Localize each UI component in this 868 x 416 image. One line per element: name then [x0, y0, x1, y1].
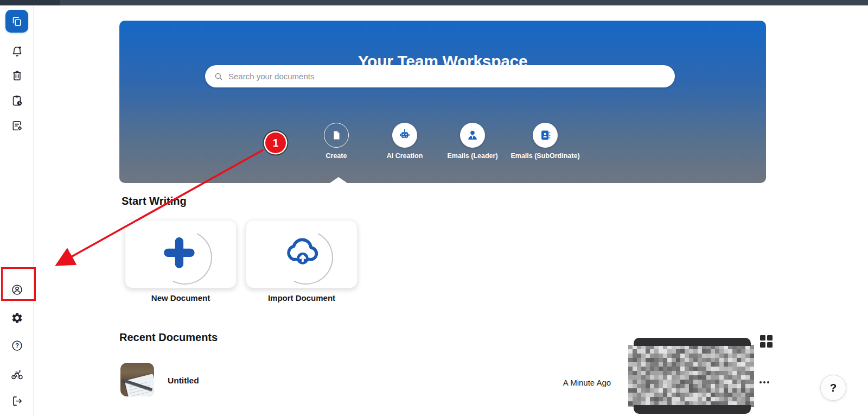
sidebar-item-notifications[interactable] — [0, 39, 34, 63]
grid-view-icon[interactable] — [760, 335, 773, 348]
document-thumbnail[interactable] — [120, 363, 154, 396]
action-label: Ai Creation — [387, 152, 423, 160]
logout-icon — [11, 395, 23, 407]
emails-subordinate-circle — [533, 123, 558, 148]
action-label: Emails (Leader) — [447, 152, 497, 160]
sidebar-item-documents[interactable] — [0, 10, 34, 33]
sidebar-item-templates[interactable] — [0, 114, 34, 137]
sidebar-item-pending-tasks[interactable] — [0, 89, 34, 112]
action-label: Emails (SubOrdinate) — [510, 152, 579, 160]
emails-leader-circle — [460, 123, 485, 148]
start-writing-heading: Start Writing — [122, 195, 187, 207]
document-modified-time: A Minute Ago — [554, 378, 620, 387]
sidebar: ? — [0, 5, 34, 416]
window-top-bar-accent — [0, 0, 60, 5]
action-create[interactable]: Create — [298, 123, 374, 160]
window-top-bar — [0, 0, 868, 5]
search-bar — [205, 65, 675, 87]
grid-square — [767, 335, 773, 341]
address-book-icon — [538, 128, 552, 142]
new-document-label: New Document — [125, 293, 237, 302]
user-circle-icon — [11, 283, 23, 296]
gear-icon — [11, 312, 23, 324]
person-tie-icon — [465, 128, 480, 142]
sidebar-item-settings[interactable] — [0, 306, 34, 330]
import-document-label: Import Document — [246, 293, 358, 302]
sidebar-item-trash[interactable] — [0, 64, 34, 87]
pixelated-noise — [628, 345, 754, 407]
more-horizontal-icon[interactable] — [757, 379, 771, 386]
robot-icon — [398, 128, 412, 142]
preview-bottom-bar — [634, 405, 751, 414]
action-emails-subordinate[interactable]: Emails (SubOrdinate) — [507, 123, 583, 160]
create-circle — [324, 123, 349, 148]
svg-text:?: ? — [15, 342, 19, 349]
redacted-document-preview — [628, 338, 754, 414]
sidebar-item-help[interactable]: ? — [0, 333, 34, 357]
document-title[interactable]: Untitled — [168, 376, 199, 386]
copy-icon — [11, 15, 23, 27]
trash-icon — [11, 70, 23, 82]
new-document-card[interactable] — [125, 220, 237, 288]
cloud-upload-icon — [280, 233, 320, 272]
action-ai-creation[interactable]: Ai Creation — [367, 123, 443, 160]
active-tile — [5, 10, 28, 33]
team-workspace-banner: Your Team Workspace Create — [119, 21, 766, 183]
document-gear-icon — [11, 119, 23, 132]
sidebar-item-logout[interactable] — [0, 389, 34, 413]
banner-notch — [330, 177, 347, 183]
grid-square — [760, 335, 765, 341]
clipboard-clock-icon — [11, 94, 23, 107]
action-emails-leader[interactable]: Emails (Leader) — [435, 123, 510, 160]
search-icon — [214, 72, 224, 81]
sidebar-item-tour[interactable] — [0, 362, 34, 386]
grid-square — [767, 342, 773, 348]
recent-documents-heading: Recent Documents — [119, 331, 218, 344]
document-icon — [330, 129, 343, 142]
help-button[interactable]: ? — [820, 375, 846, 401]
search-input[interactable] — [228, 72, 666, 81]
sidebar-item-profile[interactable] — [0, 278, 34, 301]
bicycle-icon — [11, 368, 23, 381]
plus-icon — [161, 235, 197, 270]
question-circle-icon: ? — [11, 339, 23, 352]
bell-dot-icon — [11, 45, 23, 58]
ai-creation-circle — [392, 123, 417, 148]
workspace-page: ? Your Team Workspace — [0, 0, 868, 416]
import-document-card[interactable] — [246, 220, 358, 288]
preview-top-bar — [634, 338, 751, 346]
action-label: Create — [326, 152, 347, 160]
grid-square — [760, 342, 765, 348]
